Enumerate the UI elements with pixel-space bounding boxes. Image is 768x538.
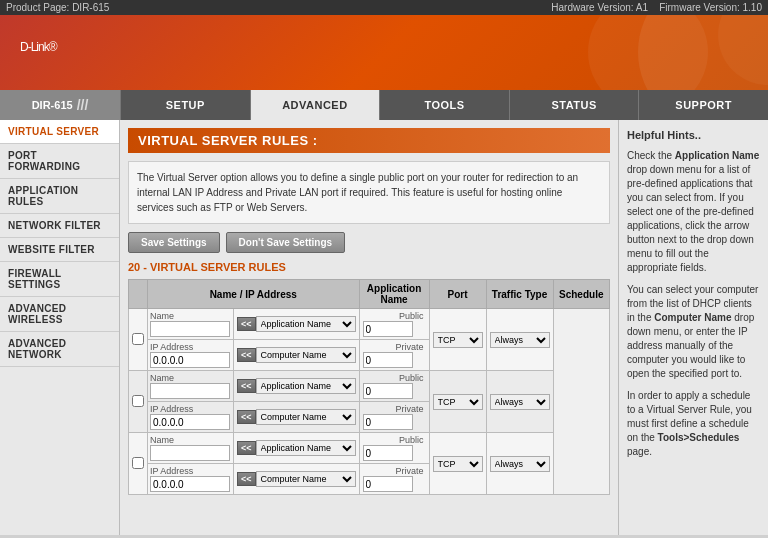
- row-checkbox[interactable]: [132, 333, 144, 345]
- ip-address-input[interactable]: [150, 352, 230, 368]
- tab-status[interactable]: STATUS: [509, 90, 639, 120]
- name-input[interactable]: [150, 445, 230, 461]
- ip-address-input[interactable]: [150, 414, 230, 430]
- header-decoration: [368, 15, 768, 90]
- protocol-select[interactable]: TCPUDPBoth: [433, 394, 483, 410]
- logo-symbol: ®: [49, 40, 57, 54]
- sidebar-item-port-forwarding[interactable]: PORT FORWARDING: [0, 144, 119, 179]
- computer-name-fill-button[interactable]: <<: [237, 410, 256, 424]
- computer-name-fill-button[interactable]: <<: [237, 472, 256, 486]
- page-title: VIRTUAL SERVER RULES :: [128, 128, 610, 153]
- protocol-select[interactable]: TCPUDPBoth: [433, 332, 483, 348]
- app-name-fill-button[interactable]: <<: [237, 317, 256, 331]
- th-port: Port: [429, 280, 486, 309]
- public-port-input[interactable]: [363, 321, 413, 337]
- description-text: The Virtual Server option allows you to …: [128, 161, 610, 224]
- tab-setup[interactable]: SETUP: [120, 90, 250, 120]
- private-port-input[interactable]: [363, 414, 413, 430]
- nav-tabs: DIR-615 /// SETUP ADVANCED TOOLS STATUS …: [0, 90, 768, 120]
- computer-name-fill-button[interactable]: <<: [237, 348, 256, 362]
- computer-name-select[interactable]: Computer Name: [256, 471, 356, 487]
- hw-fw-label: Hardware Version: A1 Firmware Version: 1…: [551, 2, 762, 13]
- application-name-select[interactable]: Application Name: [256, 316, 356, 332]
- name-input[interactable]: [150, 383, 230, 399]
- action-buttons: Save Settings Don't Save Settings: [128, 232, 610, 253]
- hints-title: Helpful Hints..: [627, 128, 760, 143]
- schedule-select[interactable]: AlwaysNever: [490, 456, 550, 472]
- ip-address-input[interactable]: [150, 476, 230, 492]
- sidebar-item-advanced-wireless[interactable]: ADVANCED WIRELESS: [0, 297, 119, 332]
- public-port-input[interactable]: [363, 445, 413, 461]
- product-label: Product Page: DIR-615: [6, 2, 109, 13]
- header: D-Link®: [0, 15, 768, 90]
- sidebar-item-virtual-server[interactable]: VIRTUAL SERVER: [0, 120, 119, 144]
- th-app-name: Application Name: [359, 280, 429, 309]
- private-port-input[interactable]: [363, 352, 413, 368]
- private-port-input[interactable]: [363, 476, 413, 492]
- sidebar-item-advanced-network[interactable]: ADVANCED NETWORK: [0, 332, 119, 367]
- application-name-select[interactable]: Application Name: [256, 378, 356, 394]
- hint-paragraph-1: Check the Application Name drop down men…: [627, 149, 760, 275]
- hint-paragraph-2: You can select your computer from the li…: [627, 283, 760, 381]
- th-traffic: Traffic Type: [486, 280, 553, 309]
- section-title: 20 - VIRTUAL SERVER RULES: [128, 261, 610, 273]
- app-name-fill-button[interactable]: <<: [237, 441, 256, 455]
- save-settings-button[interactable]: Save Settings: [128, 232, 220, 253]
- tab-tools[interactable]: TOOLS: [379, 90, 509, 120]
- top-bar: Product Page: DIR-615 Hardware Version: …: [0, 0, 768, 15]
- schedule-select[interactable]: AlwaysNever: [490, 332, 550, 348]
- table-row: Name<<Application NamePublicTCPUDPBothAl…: [129, 309, 610, 340]
- sidebar-item-network-filter[interactable]: NETWORK FILTER: [0, 214, 119, 238]
- app-name-fill-button[interactable]: <<: [237, 379, 256, 393]
- public-port-input[interactable]: [363, 383, 413, 399]
- row-checkbox[interactable]: [132, 395, 144, 407]
- sidebar-item-application-rules[interactable]: APPLICATION RULES: [0, 179, 119, 214]
- hint-paragraph-3: In order to apply a schedule to a Virtua…: [627, 389, 760, 459]
- th-schedule: Schedule: [553, 280, 609, 309]
- virtual-server-table: Name / IP Address Application Name Port …: [128, 279, 610, 495]
- main-layout: VIRTUAL SERVER PORT FORWARDING APPLICATI…: [0, 120, 768, 535]
- tab-support[interactable]: SUPPORT: [638, 90, 768, 120]
- device-id: DIR-615 ///: [0, 90, 120, 120]
- table-row: Name<<Application NamePublicTCPUDPBothAl…: [129, 433, 610, 464]
- computer-name-select[interactable]: Computer Name: [256, 347, 356, 363]
- content-area: VIRTUAL SERVER RULES : The Virtual Serve…: [120, 120, 618, 535]
- table-row: Name<<Application NamePublicTCPUDPBothAl…: [129, 371, 610, 402]
- row-checkbox[interactable]: [132, 457, 144, 469]
- sidebar-item-firewall-settings[interactable]: FIREWALL SETTINGS: [0, 262, 119, 297]
- svg-point-1: [588, 15, 708, 90]
- dont-save-settings-button[interactable]: Don't Save Settings: [226, 232, 346, 253]
- th-checkbox: [129, 280, 148, 309]
- application-name-select[interactable]: Application Name: [256, 440, 356, 456]
- sidebar: VIRTUAL SERVER PORT FORWARDING APPLICATI…: [0, 120, 120, 535]
- schedule-select[interactable]: AlwaysNever: [490, 394, 550, 410]
- vsr-table-body: Name<<Application NamePublicTCPUDPBothAl…: [129, 309, 610, 495]
- logo: D-Link®: [20, 34, 57, 71]
- sidebar-item-website-filter[interactable]: WEBSITE FILTER: [0, 238, 119, 262]
- logo-text: D-Link: [20, 40, 49, 54]
- protocol-select[interactable]: TCPUDPBoth: [433, 456, 483, 472]
- helpful-hints: Helpful Hints.. Check the Application Na…: [618, 120, 768, 535]
- th-name: Name / IP Address: [148, 280, 360, 309]
- tab-advanced[interactable]: ADVANCED: [250, 90, 380, 120]
- name-input[interactable]: [150, 321, 230, 337]
- nav-icon: ///: [77, 97, 89, 113]
- computer-name-select[interactable]: Computer Name: [256, 409, 356, 425]
